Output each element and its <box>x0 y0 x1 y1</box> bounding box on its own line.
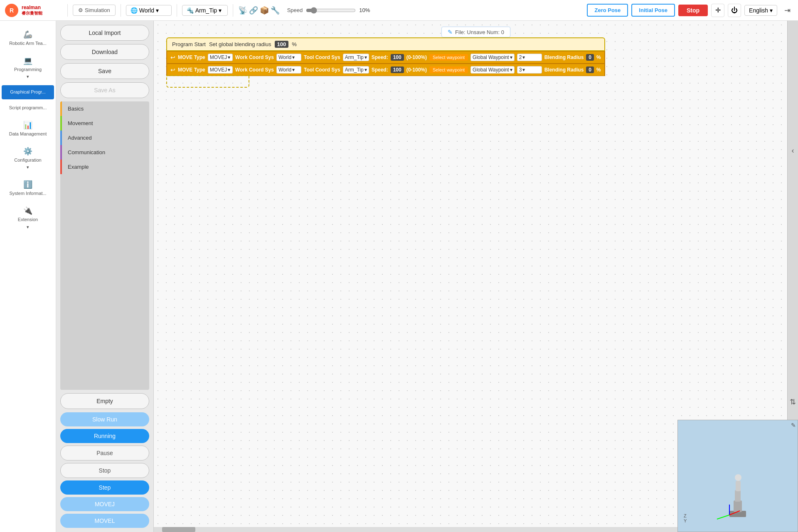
category-example[interactable]: Example <box>60 160 149 174</box>
block-categories: Basics Movement Advanced Communication E… <box>60 101 149 390</box>
sidebar-item-programming[interactable]: 💻 Programming ▾ <box>2 52 54 84</box>
power-icon[interactable]: ⏻ <box>728 4 741 17</box>
view-close-icon[interactable]: ✎ <box>791 422 796 429</box>
chevron-down-icon3: ▾ <box>770 7 773 14</box>
chevron-down-icon2: ▾ <box>219 7 222 14</box>
move-type-select-1[interactable]: MOVEJ▾ <box>208 54 233 61</box>
waypoint-num-2: 3 <box>519 67 522 73</box>
tool-coord-val-2: Arm_Tip <box>345 67 364 73</box>
file-icon: ✎ <box>448 29 453 35</box>
pause-button[interactable]: Pause <box>60 446 149 461</box>
slow-run-button[interactable]: Slow Run <box>60 412 149 426</box>
tool-coord-select-1[interactable]: Arm_Tip▾ <box>343 54 369 61</box>
blending-val-2[interactable]: 0 <box>586 66 594 73</box>
scroll-up-button[interactable]: ‹ <box>792 146 794 155</box>
empty-button[interactable]: Empty <box>60 393 149 409</box>
waypoint-type-1: Global Waypoint <box>473 54 509 60</box>
sidebar-item-graphical-prog[interactable]: Graphical Progr... <box>2 85 54 99</box>
simulation-button[interactable]: ⚙ Simulation <box>73 5 116 16</box>
stop-run-button[interactable]: Stop <box>60 463 149 478</box>
blend-value[interactable]: 100 <box>275 41 289 48</box>
main-layout: 🦾 Robotic Arm Tea... 💻 Programming ▾ Gra… <box>0 21 798 532</box>
chevron-down-icon: ▾ <box>156 7 159 14</box>
axis-labels: Z Y <box>684 513 687 523</box>
movel-button[interactable]: MOVEL <box>60 514 149 528</box>
robotic-arm-icon: 🦾 <box>23 30 32 39</box>
speed-range-1: (0-100%) <box>406 54 427 60</box>
step-button[interactable]: Step <box>60 480 149 495</box>
download-button[interactable]: Download <box>60 44 149 60</box>
sidebar-item-robotic-arm[interactable]: 🦾 Robotic Arm Tea... <box>2 26 54 50</box>
initial-pose-button[interactable]: Initial Pose <box>631 4 675 17</box>
save-button[interactable]: Save <box>60 63 149 79</box>
sidebar-item-configuration[interactable]: ⚙️ Configuration ▾ <box>2 143 54 174</box>
waypoint-num-select-1[interactable]: 2▾ <box>517 54 542 61</box>
speed-val-2[interactable]: 100 <box>391 66 404 73</box>
speed-label-1: Speed: <box>372 54 388 60</box>
speed-value: 10% <box>359 7 376 13</box>
program-container: Program Start Set global blending radius… <box>166 37 605 88</box>
language-select[interactable]: English ▾ <box>744 5 777 16</box>
sidebar-item-label: Robotic Arm Tea... <box>9 41 47 46</box>
move-icon-2: ↩ <box>170 66 175 73</box>
world-select[interactable]: 🌐 World ▾ <box>126 5 172 16</box>
category-communication[interactable]: Communication <box>60 145 149 160</box>
select-waypoint-btn-2[interactable]: Select waypoint <box>429 66 468 73</box>
sidebar-item-script-prog[interactable]: Script programm... <box>2 101 54 115</box>
svg-rect-5 <box>736 481 741 491</box>
category-movement[interactable]: Movement <box>60 116 149 131</box>
category-advanced[interactable]: Advanced <box>60 131 149 145</box>
blending-label-2: Blending Radius <box>544 67 584 73</box>
waypoint-type-select-1[interactable]: Global Waypoint▾ <box>470 54 515 61</box>
stop-button[interactable]: Stop <box>678 5 708 16</box>
add-icon[interactable]: ✛ <box>711 4 724 17</box>
scrollbar-thumb[interactable] <box>162 527 195 532</box>
chevron-icon2: ▾ <box>27 165 29 170</box>
save-as-button[interactable]: Save As <box>60 82 149 98</box>
sidebar-item-extension[interactable]: 🔌 Extension ▾ <box>2 202 54 234</box>
tool-coord-label-2: Tool Coord Sys <box>304 67 340 73</box>
waypoint-type-select-2[interactable]: Global Waypoint▾ <box>470 66 515 74</box>
blend-label: Set global blending radius <box>209 41 271 47</box>
tool-coord-label-1: Tool Coord Sys <box>304 54 340 60</box>
move-block-2: ↩ MOVE Type MOVEJ▾ Work Coord Sys World▾… <box>166 64 605 76</box>
select-waypoint-btn-1[interactable]: Select waypoint <box>429 54 468 61</box>
move-type-select-2[interactable]: MOVEJ▾ <box>208 66 233 74</box>
category-basics[interactable]: Basics <box>60 101 149 116</box>
zero-pose-button[interactable]: Zero Pose <box>587 4 628 17</box>
sidebar-item-label: Data Management <box>9 131 47 137</box>
blending-val-1[interactable]: 0 <box>586 54 594 61</box>
sidebar-item-data-management[interactable]: 📊 Data Management <box>2 116 54 141</box>
sidebar-item-label: Programming <box>14 67 42 72</box>
canvas-area[interactable]: ✎ File: Unsave Num: 0 ‹ ⇅ Program Start … <box>154 21 798 532</box>
empty-drop-zone[interactable] <box>166 75 249 88</box>
tool-coord-select-2[interactable]: Arm_Tip▾ <box>343 66 369 74</box>
svg-point-6 <box>735 474 741 481</box>
speed-range-2: (0-100%) <box>406 67 427 73</box>
work-coord-select-2[interactable]: World▾ <box>276 66 301 74</box>
file-panel: Local Import Download Save Save As Basic… <box>56 21 154 532</box>
speed-label-2: Speed: <box>372 67 388 73</box>
topbar: R realman 睿尔曼智能 ⚙ Simulation 🌐 World ▾ 🔩… <box>0 0 798 21</box>
work-coord-select-1[interactable]: World▾ <box>276 54 301 61</box>
move-block-1: ↩ MOVE Type MOVEJ▾ Work Coord Sys World▾… <box>166 51 605 64</box>
data-icon: 📊 <box>23 121 32 130</box>
waypoint-num-select-2[interactable]: 3▾ <box>517 66 542 74</box>
movej-button[interactable]: MOVEJ <box>60 497 149 511</box>
programming-icon: 💻 <box>23 56 32 65</box>
language-label: English <box>749 7 768 14</box>
simulation-label: Simulation <box>85 7 110 13</box>
move-type-label-2: MOVE Type <box>178 67 205 73</box>
svg-text:R: R <box>10 7 14 14</box>
local-import-button[interactable]: Local Import <box>60 25 149 41</box>
logout-button[interactable]: ⇥ <box>781 4 794 17</box>
speed-val-1[interactable]: 100 <box>391 54 404 61</box>
speed-slider[interactable] <box>306 7 356 14</box>
sidebar-item-system-info[interactable]: ℹ️ System Informat... <box>2 176 54 200</box>
arm-tip-icon: 🔩 <box>187 7 194 14</box>
arm-tip-select[interactable]: 🔩 Arm_Tip ▾ <box>182 5 228 16</box>
scroll-expand-button[interactable]: ⇅ <box>790 397 796 406</box>
world-label: World <box>139 7 154 14</box>
info-icon: ℹ️ <box>23 180 32 189</box>
running-button[interactable]: Running <box>60 429 149 443</box>
